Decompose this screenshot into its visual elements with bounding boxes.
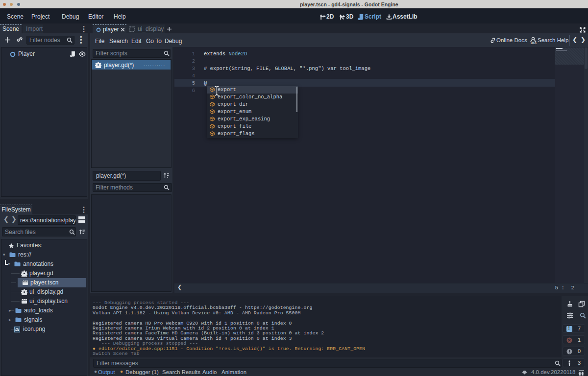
svg-text:DOC: DOC xyxy=(531,41,537,45)
